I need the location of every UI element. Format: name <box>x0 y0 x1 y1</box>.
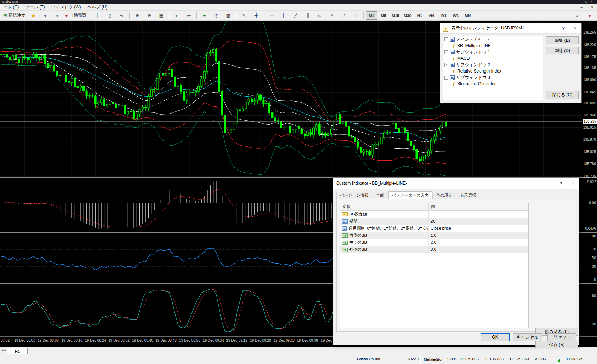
arrows-button[interactable]: ↗ <box>338 11 350 20</box>
collapse-icon[interactable]: − <box>444 63 448 67</box>
help-button[interactable]: ? <box>555 178 567 189</box>
parameter-row[interactable]: ½外側のBB3.0 <box>340 246 528 253</box>
tree-group-row[interactable]: −メイン・チャート <box>443 36 543 42</box>
timeframe-m1-button[interactable]: M1 <box>366 11 377 20</box>
parameter-value[interactable]: Close price <box>429 225 528 232</box>
dialog-tab-3[interactable]: 色の設定 <box>432 192 456 199</box>
save-button[interactable]: 保存 (S) <box>535 341 578 348</box>
mdi-restore-button[interactable]: □ <box>584 4 590 11</box>
chart-tab-h1[interactable]: H1 <box>7 348 28 354</box>
close-dialog-button[interactable]: 閉じる (C) <box>546 91 579 99</box>
crosshair-button[interactable]: ╋ <box>251 11 262 20</box>
parameters-table[interactable]: 変数値abBB設定値123期間20123適用価格_0=終値、1=始値、2=高値、… <box>340 203 529 328</box>
shapes-button[interactable]: ◇ <box>350 11 362 20</box>
timeframe-m30-button[interactable]: M30 <box>402 11 413 20</box>
dialog-title-bar[interactable]: ƒ 表示中のインディケータ: USDJPY,M1 ? × <box>440 23 581 34</box>
parameter-value[interactable]: 20 <box>429 218 528 225</box>
metaeditor-button[interactable]: MetaEditor <box>420 355 446 364</box>
collapse-icon[interactable]: − <box>444 37 448 41</box>
collapse-icon[interactable]: − <box>444 50 448 54</box>
zoom-in-button[interactable]: ⊕ <box>132 11 143 20</box>
edit-button[interactable]: 編集 (E) <box>546 36 579 44</box>
indicators-button[interactable]: + <box>199 11 210 20</box>
vline-button[interactable]: │ <box>278 11 289 20</box>
delete-button[interactable]: 削除 (D) <box>546 47 579 54</box>
templates-button[interactable]: ▨ <box>223 11 234 20</box>
dialog-tab-2[interactable]: パラメーターの入力 <box>388 191 432 199</box>
parameter-value[interactable]: 1.0 <box>429 232 528 239</box>
tab-scroll-right-icon[interactable]: ► <box>4 349 7 352</box>
fibonacci-button[interactable]: φ <box>314 11 326 20</box>
new-order-button[interactable]: ⊞新規注文 <box>2 11 27 20</box>
parameter-row[interactable]: ½内側のBB1.0 <box>340 232 528 239</box>
periods-button[interactable]: ◷ <box>211 11 222 20</box>
timeframe-h4-button[interactable]: H4 <box>426 11 437 20</box>
help-button[interactable]: ? <box>557 23 569 33</box>
parameter-row[interactable]: ½中間のBB2.0 <box>340 239 528 246</box>
reset-button[interactable]: リセット <box>547 333 576 341</box>
autotrading-button[interactable]: ●自動売買 <box>64 11 88 20</box>
timeframe-m15-button[interactable]: M15 <box>390 11 401 20</box>
timeframe-m5-button[interactable]: M5 <box>378 11 389 20</box>
fibonacci-icon: φ <box>318 13 321 18</box>
timeframe-w1-button[interactable]: W1 <box>450 11 461 20</box>
parameter-value[interactable]: 3.0 <box>429 246 528 253</box>
menu-item-1[interactable]: ツール (T) <box>22 4 48 11</box>
trendline-button[interactable]: ╱ <box>290 11 302 20</box>
timeframe-d1-button[interactable]: D1 <box>438 11 449 20</box>
tree-indicator-row[interactable]: ƒBB_Multiple-LINE- <box>443 42 543 49</box>
collapse-icon[interactable]: − <box>444 76 448 80</box>
profile-button[interactable]: ● <box>40 11 51 20</box>
mdi-minimize-button[interactable]: – <box>579 4 584 11</box>
maximize-button[interactable]: □ <box>585 0 590 4</box>
community-button[interactable]: ● <box>52 11 63 20</box>
vline-icon: │ <box>282 13 285 18</box>
tree-group-row[interactable]: −サブウィンドウ 3 <box>443 74 543 81</box>
parameter-row[interactable]: abBB設定値 <box>340 211 528 218</box>
dialog-tab-0[interactable]: バージョン情報 <box>336 192 372 199</box>
hline-button[interactable]: ─ <box>266 11 277 20</box>
cancel-button[interactable]: キャンセル <box>513 333 542 341</box>
tree-indicator-row[interactable]: ƒStochastic Oscillator <box>443 81 543 87</box>
tree-group-row[interactable]: −サブウィンドウ 1 <box>443 49 543 55</box>
chart-shift-button[interactable]: ↦ <box>183 11 195 20</box>
mdi-close-button[interactable]: × <box>590 4 595 11</box>
close-icon[interactable]: × <box>567 178 579 189</box>
minimize-button[interactable]: – <box>581 0 585 4</box>
close-button[interactable]: × <box>590 0 595 4</box>
price-axis: 136.265136.220136.175136.135136.090136.0… <box>582 21 597 177</box>
timeframe-h1-button[interactable]: H1 <box>414 11 425 20</box>
macd-tick: 0.00 <box>589 201 596 205</box>
parameter-value[interactable] <box>429 211 528 218</box>
text-button[interactable]: A <box>326 11 338 20</box>
parameter-value[interactable]: 2.0 <box>429 239 528 246</box>
channel-button[interactable]: ∥ <box>302 11 314 20</box>
search-button[interactable]: ⌕ <box>572 11 583 20</box>
tab-scroll-left-icon[interactable]: ◄ <box>1 349 4 352</box>
bar-chart-button[interactable]: ║ <box>92 11 103 20</box>
tile-windows-button[interactable]: ▦ <box>156 11 167 20</box>
dialog-tab-4[interactable]: 表示選択 <box>457 192 480 199</box>
menu-item-3[interactable]: ヘルプ (H) <box>84 4 111 11</box>
line-chart-button[interactable]: ∿ <box>116 11 127 20</box>
close-icon[interactable]: × <box>569 23 581 33</box>
parameter-row[interactable]: 123期間20 <box>340 218 528 225</box>
ok-button[interactable]: OK <box>481 333 510 341</box>
tree-group-row[interactable]: −サブウィンドウ 2 <box>443 62 543 68</box>
tree-indicator-row[interactable]: ƒRelative Strength Index <box>443 68 543 74</box>
metaquotes-button[interactable]: ◆ <box>28 11 39 20</box>
menu-item-0[interactable]: ート (C) <box>0 4 22 11</box>
cursor-button[interactable]: ↖ <box>239 11 250 20</box>
timeframe-mn-button[interactable]: MN <box>462 11 473 20</box>
tree-indicator-row[interactable]: ƒMACD <box>443 55 543 62</box>
parameter-row[interactable]: 123適用価格_0=終値、1=始値、2=高値、3=安値Close price <box>340 225 528 232</box>
record-button[interactable]: ● <box>584 11 595 20</box>
dialog-title-bar[interactable]: Custom Indicator - BB_Multiple-LINE- ? × <box>333 178 579 189</box>
indicator-tree[interactable]: −メイン・チャートƒBB_Multiple-LINE-−サブウィンドウ 1ƒMA… <box>443 36 543 100</box>
dialog-tab-1[interactable]: 全般 <box>373 192 388 199</box>
zoom-out-button[interactable]: ⊖ <box>144 11 155 20</box>
auto-scroll-button[interactable]: ▸ <box>171 11 183 20</box>
candlestick-button[interactable]: ▯ <box>104 11 115 20</box>
menu-item-2[interactable]: ウィンドウ (W) <box>48 4 84 11</box>
toolbar-separator <box>236 12 237 19</box>
